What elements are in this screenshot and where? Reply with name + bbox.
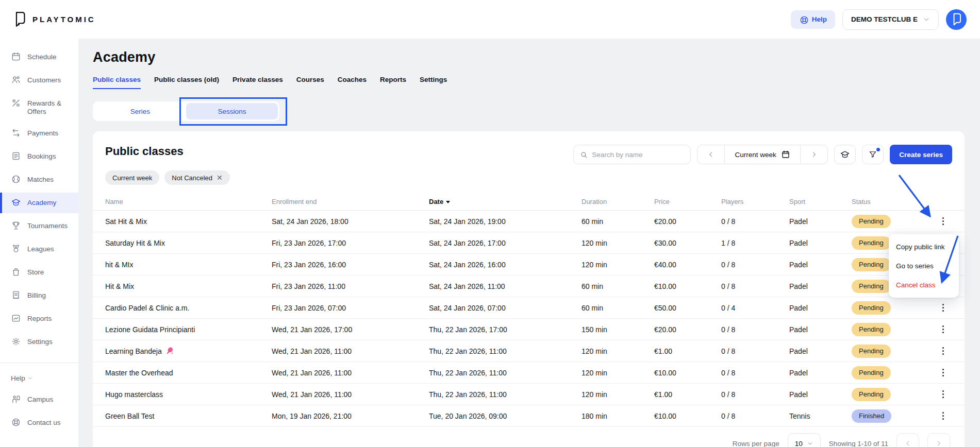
document-icon bbox=[11, 151, 21, 161]
academy-filter-button[interactable] bbox=[834, 145, 856, 164]
status-badge: Pending bbox=[852, 388, 891, 401]
sidebar-item-rewards-offers[interactable]: Rewards & Offers bbox=[0, 93, 78, 121]
menu-item-go-to-series[interactable]: Go to series bbox=[889, 256, 959, 276]
sidebar-item-schedule[interactable]: Schedule bbox=[0, 47, 78, 67]
table-row[interactable]: Green Ball Test Mon, 19 Jan 2026, 21:00 … bbox=[93, 405, 965, 427]
cell-price: €10.00 bbox=[654, 369, 721, 377]
cell-actions bbox=[939, 409, 965, 423]
menu-item-cancel-class[interactable]: Cancel class bbox=[889, 276, 959, 295]
cell-sport: Padel bbox=[789, 347, 852, 355]
row-menu-button[interactable] bbox=[939, 409, 947, 423]
table-row[interactable]: hit & MIx Fri, 23 Jan 2026, 16:00 Sat, 2… bbox=[93, 254, 965, 276]
chevron-down-icon bbox=[923, 16, 930, 23]
tab-settings[interactable]: Settings bbox=[420, 76, 447, 89]
table-row[interactable]: Hugo masterclass Wed, 21 Jan 2026, 11:00… bbox=[93, 384, 965, 405]
account-avatar[interactable] bbox=[946, 9, 967, 30]
table-row[interactable]: Lezione Guidata Principianti Wed, 21 Jan… bbox=[93, 319, 965, 340]
tab-private-classes[interactable]: Private classes bbox=[232, 76, 283, 89]
toggle-option-sessions[interactable]: Sessions bbox=[186, 103, 278, 119]
cell-price: €1.00 bbox=[654, 347, 721, 355]
remove-filter-icon[interactable]: ✕ bbox=[217, 174, 223, 181]
row-menu-button[interactable] bbox=[939, 344, 947, 358]
prev-page-button[interactable] bbox=[896, 433, 919, 447]
sidebar-item-customers[interactable]: Customers bbox=[0, 70, 78, 91]
cell-players: 0 / 8 bbox=[721, 347, 789, 355]
row-menu-button[interactable] bbox=[939, 301, 947, 315]
next-page-button[interactable] bbox=[927, 433, 950, 447]
menu-item-copy-public-link[interactable]: Copy public link bbox=[889, 237, 959, 256]
row-menu-button[interactable] bbox=[939, 366, 947, 380]
sidebar-item-billing[interactable]: Billing bbox=[0, 285, 78, 306]
sidebar-help-section-toggle[interactable]: Help bbox=[0, 363, 78, 389]
tab-label: Public classes bbox=[93, 76, 141, 83]
cell-sport: Padel bbox=[789, 325, 852, 334]
sidebar-item-payments[interactable]: Payments bbox=[0, 123, 78, 144]
sidebar-item-bookings[interactable]: Bookings bbox=[0, 146, 78, 167]
cell-price: €20.00 bbox=[654, 217, 721, 226]
table-row[interactable]: Learning Bandeja Wed, 21 Jan 2026, 11:00… bbox=[93, 340, 965, 362]
tab-reports[interactable]: Reports bbox=[380, 76, 406, 89]
panel-title: Public classes bbox=[105, 145, 184, 158]
prev-week-button[interactable] bbox=[697, 145, 724, 164]
next-week-button[interactable] bbox=[801, 145, 827, 164]
cell-date: Thu, 22 Jan 2026, 17:00 bbox=[429, 325, 582, 334]
tab-coaches[interactable]: Coaches bbox=[338, 76, 367, 89]
bag-icon bbox=[11, 267, 21, 277]
filters-button[interactable] bbox=[862, 145, 884, 164]
cell-enrollment-end: Wed, 21 Jan 2026, 11:00 bbox=[272, 369, 429, 377]
table-row[interactable]: Hit & Mix Fri, 23 Jan 2026, 11:00 Sat, 2… bbox=[93, 276, 965, 297]
tab-label: Coaches bbox=[338, 76, 367, 83]
status-badge: Pending bbox=[852, 280, 891, 293]
public-classes-panel: Public classes Current week bbox=[93, 131, 965, 447]
create-series-button[interactable]: Create series bbox=[890, 145, 952, 164]
sidebar-item-tournaments[interactable]: Tournaments bbox=[0, 216, 78, 236]
column-header-date[interactable]: Date bbox=[429, 198, 582, 205]
toggle-option-series[interactable]: Series bbox=[94, 103, 186, 119]
cell-name: Hugo masterclass bbox=[105, 390, 272, 399]
table-row[interactable]: Master the Overhead Wed, 21 Jan 2026, 11… bbox=[93, 362, 965, 384]
sidebar: Schedule Customers Rewards & Offers Paym… bbox=[0, 39, 78, 447]
sidebar-item-store[interactable]: Store bbox=[0, 262, 78, 283]
cell-players: 0 / 8 bbox=[721, 390, 789, 399]
cell-status: Pending bbox=[852, 366, 924, 380]
column-header-duration: Duration bbox=[582, 198, 654, 205]
table-row[interactable]: Sat Hit & Mix Sat, 24 Jan 2026, 18:00 Sa… bbox=[93, 211, 965, 232]
sidebar-item-contact-us[interactable]: Contact us bbox=[0, 412, 78, 433]
cell-price: €30.00 bbox=[654, 239, 721, 247]
sidebar-item-reports[interactable]: Reports bbox=[0, 308, 78, 329]
cell-actions bbox=[939, 344, 965, 358]
search-input[interactable] bbox=[592, 151, 684, 159]
help-button[interactable]: Help bbox=[791, 10, 835, 29]
sidebar-item-leagues[interactable]: Leagues bbox=[0, 239, 78, 260]
cell-players: 0 / 8 bbox=[721, 325, 789, 334]
sidebar-item-campus[interactable]: Campus bbox=[0, 389, 78, 410]
tab-label: Settings bbox=[420, 76, 447, 83]
filter-chip-current-week[interactable]: Current week bbox=[105, 170, 159, 185]
table-row[interactable]: Saturday Hit & Mix Fri, 23 Jan 2026, 17:… bbox=[93, 232, 965, 254]
row-menu-button[interactable] bbox=[939, 387, 947, 401]
graduation-cap-icon bbox=[11, 197, 21, 208]
cell-actions bbox=[939, 322, 965, 336]
club-selector[interactable]: DEMO TESTCLUB E bbox=[842, 9, 939, 30]
rows-per-page-select[interactable]: 10 bbox=[788, 433, 821, 447]
cell-name: Green Ball Test bbox=[105, 412, 272, 420]
date-range-button[interactable]: Current week bbox=[724, 145, 801, 164]
tab-public-classes[interactable]: Public classes bbox=[93, 76, 141, 89]
cell-status: Pending bbox=[852, 345, 924, 358]
sidebar-item-label: Customers bbox=[27, 75, 61, 84]
cell-name: Master the Overhead bbox=[105, 369, 272, 377]
tab-public-classes-old[interactable]: Public classes (old) bbox=[154, 76, 219, 89]
topbar: PLAYTOMIC Help DEMO TESTCLUB E bbox=[0, 0, 980, 39]
row-menu-button[interactable] bbox=[939, 214, 947, 228]
filter-chip-not-canceled[interactable]: Not Canceled ✕ bbox=[164, 170, 230, 185]
sidebar-item-academy[interactable]: Academy bbox=[0, 193, 78, 213]
cell-status: Pending bbox=[852, 301, 924, 315]
sidebar-item-matches[interactable]: Matches bbox=[0, 169, 78, 190]
row-menu-button[interactable] bbox=[939, 322, 947, 336]
rows-per-page-value: 10 bbox=[795, 440, 803, 447]
cell-price: €50.00 bbox=[654, 304, 721, 312]
status-badge: Pending bbox=[852, 323, 891, 336]
tab-courses[interactable]: Courses bbox=[296, 76, 324, 89]
table-row[interactable]: Cardio Padel & Clinic a.m. Fri, 23 Jan 2… bbox=[93, 297, 965, 319]
sidebar-item-settings[interactable]: Settings bbox=[0, 332, 78, 352]
